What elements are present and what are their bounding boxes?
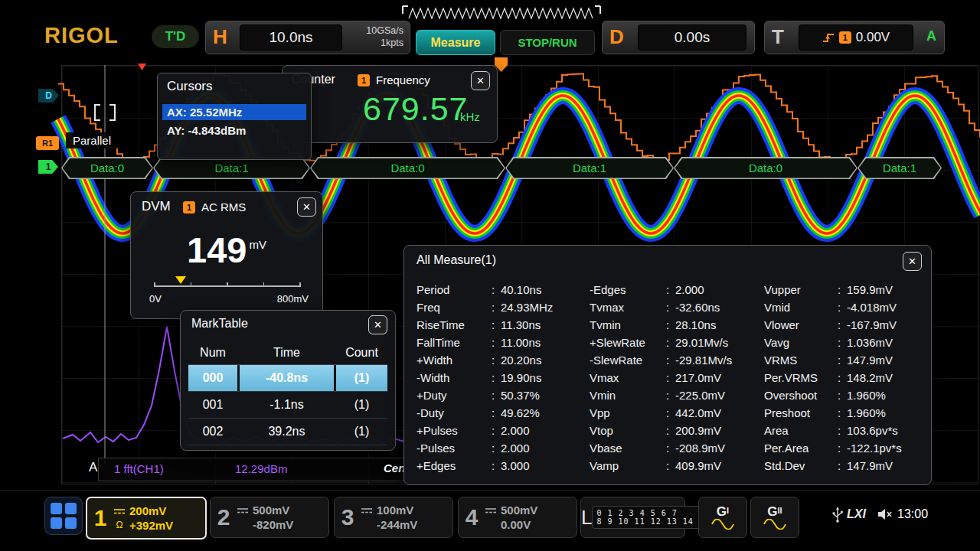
measure-text: : (838, 336, 847, 349)
channel-3-button[interactable]: 3 100mV -244mV (334, 497, 453, 538)
measure-item: Vmid:-4.018mV (764, 298, 923, 316)
measure-text: : (492, 336, 501, 349)
la-digits-row1: 0 1 2 3 4 5 6 7 (596, 509, 709, 517)
channel-4-offset: 0.00V (501, 517, 531, 532)
measure-text: 103.6pv*s (847, 424, 898, 437)
measure-item: RiseTime:11.30ns (416, 316, 590, 334)
channel-4-scale: 500mV (501, 503, 537, 517)
trigger-source-badge: 1 (839, 31, 851, 44)
measure-button[interactable]: Measure (416, 30, 495, 55)
bus-segment-label: Data:1 (573, 161, 606, 174)
channel-2-button[interactable]: 2 500mV -820mV (210, 497, 329, 538)
measure-text: : (492, 389, 501, 402)
marktable-row[interactable]: 00239.2ns(1) (188, 419, 387, 445)
dvm-channel-badge: 1 (183, 201, 195, 214)
measure-col2: -Edges:2.000Tvmax:-32.60nsTvmin:28.10ns+… (590, 281, 764, 474)
measure-text: Vpp (590, 406, 666, 419)
speaker-mute-icon[interactable] (877, 507, 893, 521)
bus1-marker[interactable]: 1 (38, 160, 58, 174)
measure-item: FallTime:11.00ns (416, 334, 590, 351)
logic-analyzer-button[interactable]: L 0 1 2 3 4 5 6 7 8 9 10 11 12 13 14 15 (580, 497, 685, 538)
horizontal-settings[interactable]: H 10.0ns 10GSa/s 1kpts (205, 21, 410, 54)
cursor-ax-value[interactable]: AX: 25.52MHz (162, 104, 306, 120)
marktable-row[interactable]: 001-1.1ns(1) (188, 392, 387, 419)
measure-text: : (666, 301, 675, 314)
measure-text: 148.2mV (847, 371, 893, 384)
timebase-value[interactable]: 10.0ns (240, 24, 342, 51)
acquisition-rates: 10GSa/s 1kpts (366, 24, 403, 49)
delay-settings[interactable]: D 0.00s (602, 21, 755, 54)
generator-2-button[interactable]: GII (750, 497, 799, 538)
measure-text: : (492, 354, 501, 367)
measure-text: Vmin (590, 389, 666, 402)
delay-label: D (609, 25, 624, 49)
delay-value[interactable]: 0.00s (638, 24, 746, 51)
marktable-header-cell: Count (336, 341, 387, 364)
marktable-cell: 002 (188, 419, 237, 445)
bus-segment: Data:0 (674, 157, 858, 179)
measure-text: 442.0mV (675, 406, 721, 419)
measure-text: +Pulses (416, 424, 492, 437)
cursor-ay-value[interactable]: AY: -4.843dBm (162, 122, 306, 139)
all-measure-close-button[interactable]: ✕ (903, 252, 922, 271)
measure-text: -225.0mV (675, 389, 725, 402)
measure-text: : (666, 424, 675, 437)
measure-text: RiseTime (416, 318, 492, 331)
measure-text: -29.81Mv/s (675, 354, 732, 367)
measure-text: 147.9mV (847, 354, 893, 367)
measure-text: +SlewRate (590, 336, 666, 349)
trigger-level-box[interactable]: 1 0.00V (799, 24, 913, 51)
measure-text: 3.000 (501, 459, 530, 472)
stop-run-button[interactable]: STOP/RUN (500, 30, 595, 55)
measure-text: -Duty (416, 406, 492, 419)
parallel-bus-label: Parallel (66, 132, 118, 148)
measure-text: Per.Area (764, 442, 838, 455)
counter-panel[interactable]: Counter 1 Frequency 679.57 kHz ✕ (282, 65, 498, 143)
digital-bus-marker[interactable]: D (38, 89, 59, 103)
measure-item: Vbase:-208.9mV (590, 439, 764, 457)
measure-text: : (838, 301, 847, 314)
measure-text: -4.018mV (847, 301, 897, 314)
channel-1-scale: 200mV (129, 504, 166, 518)
bus-segment: Data:1 (505, 157, 674, 179)
trigger-settings[interactable]: T 1 0.00V A (764, 21, 945, 54)
measure-text: Tvmax (590, 301, 666, 314)
measure-text: Std.Dev (764, 459, 838, 472)
measure-item: Area:103.6pv*s (764, 422, 923, 439)
cursors-panel[interactable]: Cursors AX: 25.52MHz AY: -4.843dBm (157, 73, 312, 160)
dvm-close-button[interactable]: ✕ (297, 197, 316, 217)
channel-1-number: 1 (87, 505, 113, 531)
measure-text: 159.9mV (847, 283, 893, 296)
oscilloscope-screen: RIGOL T'D H 10.0ns 10GSa/s 1kpts Measure… (0, 0, 980, 551)
measure-text: 20.20ns (501, 354, 541, 367)
generator-1-button[interactable]: GI (698, 497, 747, 538)
dvm-reading: 149mV (131, 229, 322, 271)
measure-text: : (666, 371, 675, 384)
dvm-panel[interactable]: DVM 1 AC RMS ✕ 149mV 0V 800mV (130, 191, 323, 319)
channel-4-button[interactable]: 4 500mV 0.00V (458, 497, 577, 538)
channel-3-number: 3 (335, 504, 361, 530)
counter-close-button[interactable]: ✕ (471, 71, 490, 90)
measure-text: : (666, 459, 675, 472)
marktable-close-button[interactable]: ✕ (368, 315, 387, 334)
channel-1-button[interactable]: 1 200mV Ω +392mV (86, 497, 207, 540)
g2-letter: G (767, 504, 777, 519)
measure-text: 2.000 (501, 442, 530, 455)
measure-text: : (492, 442, 501, 455)
dvm-scale-min: 0V (149, 293, 162, 305)
marktable-panel[interactable]: MarkTable ✕ NumTimeCount000-40.8ns(1)001… (180, 310, 396, 451)
marktable-row[interactable]: 000-40.8ns(1) (188, 365, 387, 392)
sine-wave-icon (763, 519, 786, 530)
menu-button[interactable] (44, 497, 83, 535)
dvm-scale-marker (175, 276, 186, 284)
measure-item: Vlower:-167.9mV (764, 316, 923, 334)
measure-text: -167.9mV (847, 318, 897, 331)
measure-text: Vtop (590, 424, 666, 437)
waveform-preview-strip[interactable] (401, 4, 602, 27)
measure-item: Std.Dev:147.9mV (764, 457, 923, 474)
all-measure-panel[interactable]: All Measure(1) ✕ Period:40.10nsFreq:24.9… (403, 245, 932, 485)
ref1-marker[interactable]: R1 (36, 136, 59, 150)
menu-grid-icon (51, 503, 62, 514)
bottom-bar: 1 200mV Ω +392mV 2 (0, 490, 980, 551)
measure-text: Vlower (764, 318, 838, 331)
